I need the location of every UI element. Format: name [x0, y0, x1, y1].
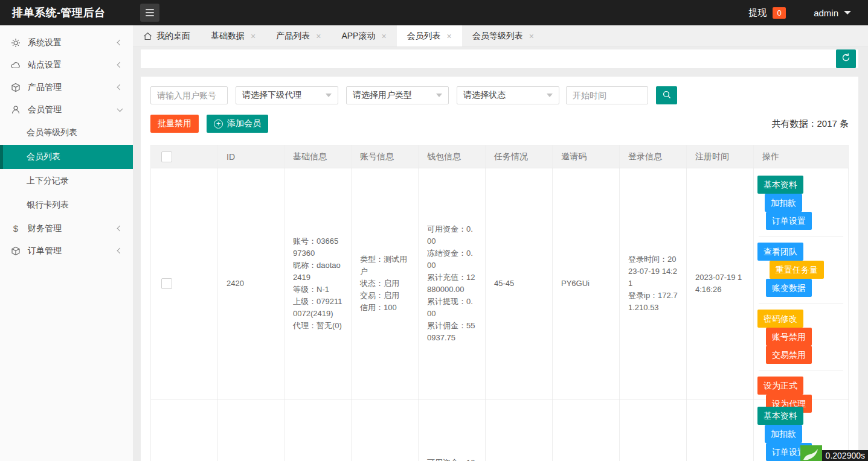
tab-member-level-list[interactable]: 会员等级列表 ×	[462, 25, 544, 46]
chevron-down-icon	[117, 106, 123, 112]
plus-icon: +	[214, 119, 223, 129]
sidebar-item-system-settings[interactable]: 系统设置	[0, 31, 133, 54]
agent-select[interactable]: 请选择下级代理	[236, 86, 338, 104]
set-formal-button[interactable]: 设为正式	[757, 377, 803, 395]
basic-nickname: 昵称：daotao2419	[293, 259, 342, 284]
cell-invite-code: PY6GUi	[553, 168, 620, 399]
tab-app-scroll[interactable]: APP滚动 ×	[331, 25, 396, 46]
basic-profile-button[interactable]: 基本资料	[757, 407, 803, 425]
close-icon[interactable]: ×	[447, 31, 452, 41]
cell-id: 2420	[218, 168, 285, 399]
add-member-button[interactable]: + 添加会员	[207, 115, 268, 133]
chevron-left-icon	[117, 84, 123, 91]
column-header-basic: 基础信息	[285, 145, 352, 168]
tab-desktop[interactable]: 我的桌面	[133, 25, 201, 46]
wallet-withdraw: 累计提现：0.00	[427, 296, 477, 320]
cloud-icon	[11, 60, 21, 70]
cell-account-info: 类型：测试用户 状态：启用 交易：启用 信用：100	[352, 168, 419, 399]
sidebar-item-label: 会员管理	[28, 104, 62, 115]
view-team-button[interactable]: 查看团队	[757, 243, 803, 261]
column-header-wallet: 钱包信息	[419, 145, 486, 168]
login-time: 登录时间：2023-07-19 14:21	[628, 253, 678, 290]
username: admin	[814, 8, 838, 18]
user-menu[interactable]: admin	[814, 8, 851, 18]
column-header-ops: 操作	[754, 145, 849, 168]
basic-parent: 上级：0792110072(2419)	[293, 296, 342, 320]
tab-label: 我的桌面	[156, 31, 190, 42]
trace-elapsed-time: 0.202900s	[822, 450, 868, 461]
account-type: 类型：测试用户	[360, 253, 410, 278]
chevron-left-icon	[117, 40, 123, 46]
agent-select-value: 请选择下级代理	[242, 90, 301, 101]
close-icon[interactable]: ×	[251, 31, 256, 41]
refresh-icon	[841, 52, 851, 65]
tabbar: 我的桌面 基础数据 × 产品列表 × APP滚动 × 会员列表 ×	[133, 25, 868, 47]
row-checkbox[interactable]	[161, 278, 172, 289]
tab-basic-data[interactable]: 基础数据 ×	[201, 25, 266, 46]
reset-task-button[interactable]: 重置任务量	[770, 261, 824, 279]
sidebar-item-member-level-list[interactable]: 会员等级列表	[0, 121, 133, 145]
ops-divider	[759, 236, 843, 237]
sidebar-item-order-mgmt[interactable]: 订单管理	[0, 240, 133, 262]
wallet-available: 可用资金：10	[427, 457, 477, 461]
sidebar-item-product-mgmt[interactable]: 产品管理	[0, 76, 133, 98]
collapse-menu-button[interactable]	[140, 4, 159, 22]
basic-level: 等级：N-1	[293, 284, 342, 296]
refresh-button[interactable]	[836, 49, 856, 68]
sidebar-item-label: 产品管理	[28, 82, 62, 93]
user-icon	[11, 105, 21, 115]
dollar-icon: $	[11, 224, 21, 234]
hamburger-icon	[146, 7, 154, 18]
sidebar-item-finance-mgmt[interactable]: $ 财务管理	[0, 217, 133, 240]
toolbar-strip	[141, 49, 858, 68]
withdraw-menu[interactable]: 提现 0	[748, 7, 786, 19]
total-count-text: 共有数据：2017 条	[771, 118, 849, 130]
column-header-invite: 邀请码	[553, 145, 620, 168]
cell-registered: 2023-07-19 14:16:26	[687, 168, 754, 399]
select-all-checkbox[interactable]	[161, 151, 172, 162]
batch-disable-button[interactable]: 批量禁用	[150, 115, 199, 133]
sidebar-item-site-settings[interactable]: 站点设置	[0, 54, 133, 76]
basic-account: 账号：0366597360	[293, 235, 342, 259]
sidebar-subitem-label: 银行卡列表	[27, 200, 69, 211]
search-button[interactable]	[656, 86, 677, 104]
tab-label: 会员列表	[407, 31, 441, 42]
tab-label: 会员等级列表	[472, 31, 523, 42]
withdraw-label: 提现	[748, 7, 767, 19]
sidebar-item-member-list[interactable]: 会员列表	[0, 145, 133, 169]
close-icon[interactable]: ×	[529, 31, 534, 41]
account-change-button[interactable]: 账变数据	[766, 279, 812, 297]
sidebar-subitem-label: 会员列表	[27, 151, 60, 162]
chevron-down-icon	[844, 11, 851, 14]
order-settings-button[interactable]: 订单设置	[766, 212, 812, 230]
tab-product-list[interactable]: 产品列表 ×	[266, 25, 331, 46]
account-input[interactable]	[150, 86, 228, 104]
user-type-select-value: 请选择用户类型	[353, 90, 412, 101]
start-time-input[interactable]	[566, 86, 648, 104]
trace-logo-icon[interactable]	[800, 445, 822, 461]
chevron-left-icon	[117, 248, 123, 254]
user-type-select[interactable]: 请选择用户类型	[346, 86, 449, 104]
add-deduct-button[interactable]: 加扣款	[765, 425, 802, 443]
disable-trade-button[interactable]: 交易禁用	[766, 346, 812, 364]
add-member-label: 添加会员	[227, 118, 261, 129]
account-status: 状态：启用	[360, 278, 410, 290]
status-select[interactable]: 请选择状态	[457, 86, 559, 104]
close-icon[interactable]: ×	[316, 31, 321, 41]
column-header-account: 账号信息	[352, 145, 419, 168]
sidebar-item-bankcard-list[interactable]: 银行卡列表	[0, 193, 133, 217]
basic-profile-button[interactable]: 基本资料	[757, 176, 803, 194]
add-deduct-button[interactable]: 加扣款	[765, 194, 802, 212]
change-password-button[interactable]: 密码修改	[757, 310, 803, 328]
sidebar-subitem-label: 会员等级列表	[27, 127, 77, 138]
sidebar-item-updown-records[interactable]: 上下分记录	[0, 169, 133, 193]
tab-member-list[interactable]: 会员列表 ×	[397, 25, 462, 46]
sidebar-item-label: 订单管理	[28, 246, 62, 256]
close-icon[interactable]: ×	[381, 31, 386, 41]
disable-account-button[interactable]: 账号禁用	[766, 328, 812, 346]
withdraw-count-badge: 0	[773, 7, 786, 19]
chevron-down-icon	[326, 94, 332, 97]
chevron-down-icon	[436, 94, 442, 97]
ops-divider	[759, 303, 843, 304]
sidebar-item-member-mgmt[interactable]: 会员管理	[0, 98, 133, 121]
